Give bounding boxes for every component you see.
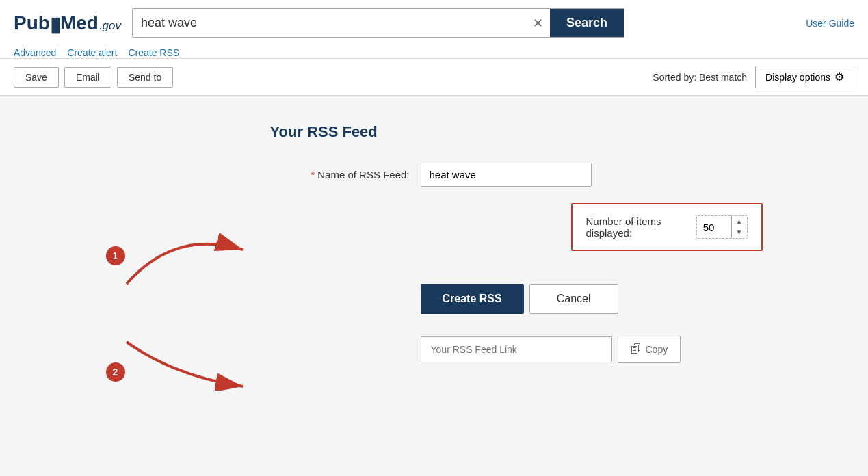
arrow-1-container xyxy=(120,215,257,300)
logo-pub: Pub xyxy=(14,12,50,34)
arrow-1-svg xyxy=(120,215,257,298)
rss-items-input[interactable] xyxy=(697,217,731,237)
arrow-2-svg xyxy=(120,321,257,391)
cancel-button[interactable]: Cancel xyxy=(529,284,618,314)
rss-items-label: Number of items displayed: xyxy=(586,215,685,239)
header-links: Advanced Create alert Create RSS xyxy=(14,44,854,58)
gear-icon: ⚙ xyxy=(834,70,844,83)
email-button[interactable]: Email xyxy=(64,67,111,88)
advanced-link[interactable]: Advanced xyxy=(14,47,56,58)
spinner-up-button[interactable]: ▲ xyxy=(732,216,747,227)
logo-med: Med xyxy=(60,12,98,34)
main-content: 1 2 Your RSS Feed * xyxy=(92,96,776,391)
toolbar-right: Sorted by: Best match Display options ⚙ xyxy=(653,66,854,88)
pubmed-logo[interactable]: Pub▮Med .gov xyxy=(14,12,121,34)
action-row: Create RSS Cancel xyxy=(421,284,763,314)
header: Pub▮Med .gov ✕ Search User Guide Advance… xyxy=(0,0,868,59)
rss-name-label: Name of RSS Feed: xyxy=(317,169,409,181)
create-alert-link[interactable]: Create alert xyxy=(67,47,117,58)
rss-link-row: 🗐 Copy xyxy=(421,336,763,363)
rss-link-input[interactable] xyxy=(421,336,612,362)
sorted-label: Sorted by: Best match xyxy=(653,72,747,83)
rss-name-row: * Name of RSS Feed: xyxy=(270,163,763,187)
save-button[interactable]: Save xyxy=(14,67,59,88)
search-bar: ✕ Search xyxy=(132,8,624,38)
spinner-down-button[interactable]: ▼ xyxy=(732,227,747,238)
arrow-2-container xyxy=(120,321,257,391)
search-clear-button[interactable]: ✕ xyxy=(526,10,550,36)
user-guide-link[interactable]: User Guide xyxy=(806,18,854,29)
spinner-arrows: ▲ ▼ xyxy=(731,216,747,238)
send-to-button[interactable]: Send to xyxy=(117,67,173,88)
toolbar: Save Email Send to Sorted by: Best match… xyxy=(0,59,868,96)
create-rss-button[interactable]: Create RSS xyxy=(421,284,524,314)
search-input[interactable] xyxy=(133,9,526,37)
rss-name-input[interactable] xyxy=(421,163,592,187)
create-rss-link[interactable]: Create RSS xyxy=(128,47,179,58)
rss-name-label-wrap: * Name of RSS Feed: xyxy=(270,169,421,181)
copy-button[interactable]: 🗐 Copy xyxy=(618,336,681,363)
search-button[interactable]: Search xyxy=(550,9,624,37)
display-options-label: Display options xyxy=(765,72,830,83)
rss-items-spinner: ▲ ▼ xyxy=(696,215,748,239)
logo-gov: .gov xyxy=(99,19,121,33)
display-options-button[interactable]: Display options ⚙ xyxy=(755,66,854,88)
required-star: * xyxy=(311,169,315,181)
rss-items-section: Number of items displayed: ▲ ▼ xyxy=(571,203,763,251)
rss-section-title: Your RSS Feed xyxy=(270,123,763,141)
copy-icon: 🗐 xyxy=(631,343,642,356)
copy-label: Copy xyxy=(646,344,668,355)
logo-bookmark-icon: ▮ xyxy=(50,13,60,36)
rss-items-row: Number of items displayed: ▲ ▼ xyxy=(270,203,763,267)
header-top: Pub▮Med .gov ✕ Search User Guide xyxy=(14,8,854,44)
